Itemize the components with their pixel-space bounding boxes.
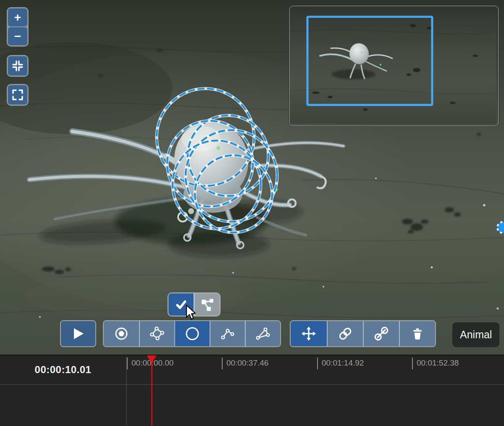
current-timestamp: 00:00:10.01 <box>0 355 126 384</box>
timeline-panel-divider <box>126 355 127 426</box>
play-icon <box>71 327 85 340</box>
compress-icon <box>11 59 24 73</box>
polyline-icon <box>220 327 235 341</box>
tool-unlink[interactable] <box>363 321 399 346</box>
plus-icon: + <box>14 12 21 24</box>
timeline-track[interactable] <box>0 385 504 426</box>
edit-tool-group <box>290 320 436 347</box>
play-button-group <box>60 320 96 347</box>
video-annotation-app: + − <box>0 0 504 426</box>
zoom-in-button[interactable]: + <box>8 8 27 26</box>
zoom-out-button[interactable]: − <box>8 27 27 45</box>
zoom-control-group: + − <box>7 7 29 47</box>
timeline-playhead[interactable] <box>151 355 152 426</box>
minimap-image <box>290 6 496 124</box>
play-button[interactable] <box>61 321 95 346</box>
tool-closed-polyline[interactable] <box>245 321 280 346</box>
check-icon <box>174 298 188 311</box>
tool-link[interactable] <box>327 321 363 346</box>
timeline: 00:00:00.0000:00:37.4600:01:14.9200:01:5… <box>0 355 504 426</box>
timeline-playhead-handle[interactable] <box>147 355 157 363</box>
annotation-confirm-popup <box>168 293 220 316</box>
draw-tool-group <box>103 320 281 347</box>
circle-icon <box>185 327 200 341</box>
tool-circle[interactable] <box>174 321 210 346</box>
node-graph-button[interactable] <box>194 293 220 316</box>
fullscreen-button[interactable] <box>8 85 27 105</box>
fit-control-group <box>7 55 29 77</box>
tool-delete[interactable] <box>399 321 435 346</box>
tool-polyline[interactable] <box>210 321 245 346</box>
fullscreen-icon <box>11 88 24 102</box>
minus-icon: − <box>14 31 21 42</box>
link-icon <box>338 326 353 341</box>
timeline-row-divider <box>0 384 504 385</box>
tool-point[interactable] <box>104 321 139 346</box>
fit-to-view-button[interactable] <box>8 56 27 76</box>
unlink-icon <box>374 326 389 341</box>
node-graph-icon <box>200 297 215 312</box>
minimap[interactable] <box>289 5 499 126</box>
fullscreen-control-group <box>7 84 29 106</box>
tool-polygon[interactable] <box>139 321 174 346</box>
trash-icon <box>411 327 424 340</box>
point-icon <box>114 327 129 341</box>
polygon-icon <box>150 327 164 341</box>
tool-move[interactable] <box>291 321 327 346</box>
confirm-annotation-button[interactable] <box>168 293 194 316</box>
closed-polyline-icon <box>256 327 270 341</box>
move-icon <box>301 326 316 341</box>
annotation-label-badge[interactable]: Animal <box>452 322 499 347</box>
